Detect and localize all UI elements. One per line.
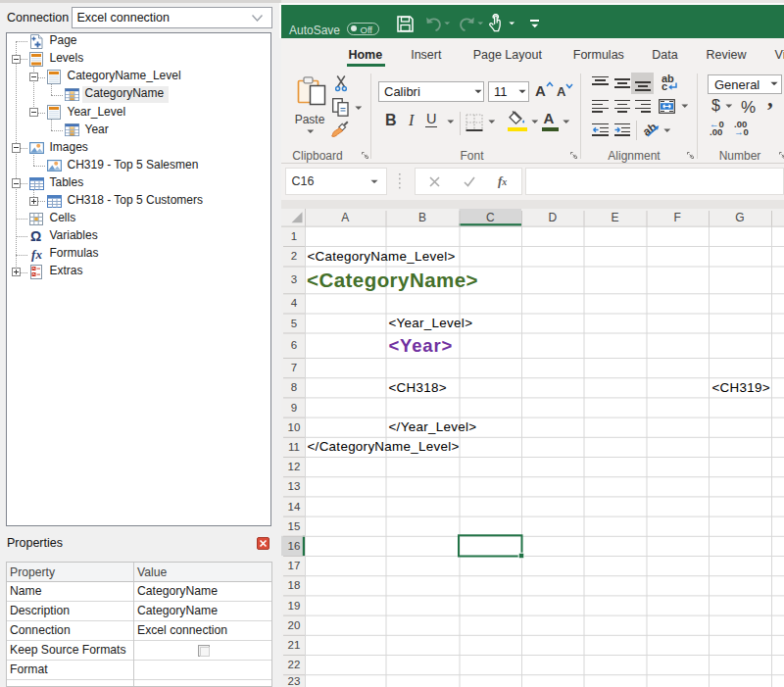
svg-text:G: G (735, 211, 744, 224)
svg-text:17: 17 (288, 560, 301, 571)
svg-text:20: 20 (288, 619, 301, 631)
svg-text:18: 18 (288, 579, 301, 591)
svg-text:21: 21 (288, 639, 301, 651)
svg-text:10: 10 (288, 421, 301, 433)
svg-text:16: 16 (288, 540, 301, 552)
svg-text:B: B (418, 211, 426, 224)
svg-text:A: A (341, 211, 349, 224)
svg-text:3: 3 (291, 273, 297, 285)
svg-text:11: 11 (288, 441, 300, 453)
svg-text:14: 14 (288, 501, 301, 513)
svg-text:F: F (674, 211, 681, 224)
svg-text:9: 9 (291, 402, 297, 414)
svg-text:15: 15 (288, 520, 301, 532)
svg-text:23: 23 (288, 675, 301, 687)
svg-text:C: C (486, 211, 495, 224)
svg-text:13: 13 (288, 480, 301, 492)
svg-text:1: 1 (291, 230, 297, 242)
svg-text:22: 22 (288, 659, 301, 670)
svg-text:8: 8 (291, 381, 297, 393)
svg-text:E: E (611, 211, 618, 224)
svg-text:4: 4 (291, 297, 298, 309)
svg-text:7: 7 (291, 362, 297, 373)
svg-text:2: 2 (291, 250, 297, 262)
svg-text:6: 6 (291, 339, 297, 351)
svg-text:D: D (548, 211, 557, 224)
svg-text:12: 12 (288, 461, 301, 472)
svg-text:5: 5 (291, 318, 297, 329)
svg-text:19: 19 (288, 600, 301, 612)
